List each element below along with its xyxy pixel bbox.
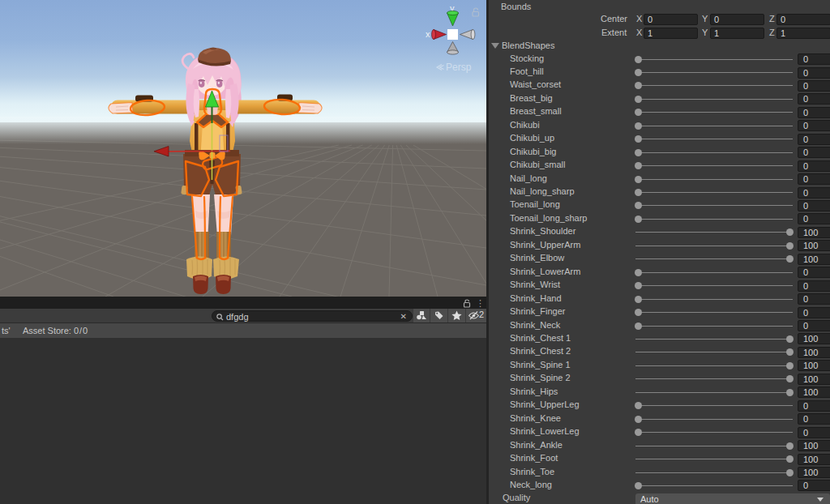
svg-text:Persp: Persp xyxy=(446,62,472,73)
svg-text:x: x xyxy=(426,29,430,39)
